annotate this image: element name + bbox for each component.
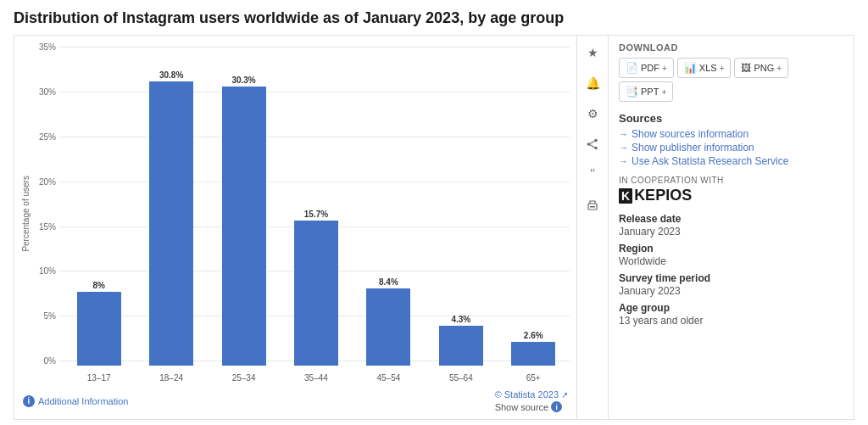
- pdf-plus: +: [662, 64, 667, 73]
- meta-label: Region: [619, 243, 843, 254]
- bar-group: 15.7%: [280, 42, 352, 366]
- x-labels: 13–1718–2425–3435–4445–5455–6465+: [63, 373, 570, 383]
- chart-area: Percentage of users 35% 30% 25% 20% 15% …: [14, 35, 577, 420]
- source-info-icon: i: [551, 401, 562, 412]
- copyright-text: © Statista 2023: [495, 389, 559, 400]
- png-download-button[interactable]: 🖼 PNG +: [734, 58, 788, 78]
- cooperation-label: IN COOPERATION WITH: [619, 176, 843, 185]
- meta-item: Age group 13 years and older: [619, 302, 843, 327]
- png-plus: +: [776, 64, 782, 73]
- svg-line-4: [590, 145, 594, 148]
- bar-group: 4.3%: [425, 42, 497, 366]
- bar-group: 8%: [63, 42, 135, 366]
- show-publisher-info-label: Show publisher information: [632, 142, 754, 154]
- ppt-label: PPT: [641, 87, 659, 97]
- show-source-label: Show source: [495, 402, 549, 412]
- bar: [439, 326, 483, 366]
- arrow-icon-2: →: [619, 143, 628, 153]
- chart-bottom: i Additional Information © Statista 2023…: [21, 389, 570, 412]
- additional-info-label: Additional Information: [38, 396, 128, 406]
- kepios-k-icon: K: [619, 188, 632, 204]
- meta-section: Release date January 2023 Region Worldwi…: [619, 213, 843, 327]
- show-sources-info-link[interactable]: → Show sources information: [619, 128, 843, 140]
- meta-value: January 2023: [619, 285, 843, 297]
- show-source-link[interactable]: Show source i: [495, 401, 568, 412]
- png-label: PNG: [754, 63, 774, 73]
- ppt-download-button[interactable]: 📑 PPT +: [619, 81, 673, 102]
- copyright-line: © Statista 2023 ↗: [495, 389, 568, 400]
- ppt-icon: 📑: [626, 86, 638, 98]
- bar: [222, 87, 266, 366]
- bar-group: 30.3%: [208, 42, 280, 366]
- pdf-download-button[interactable]: 📄 PDF +: [619, 58, 674, 78]
- sources-section: Sources → Show sources information → Sho…: [619, 112, 843, 167]
- ask-statista-link[interactable]: → Use Ask Statista Research Service: [619, 155, 843, 167]
- png-icon: 🖼: [741, 62, 751, 74]
- star-button[interactable]: ★: [581, 41, 604, 64]
- grid-label: 20%: [32, 177, 56, 187]
- download-title: DOWNLOAD: [619, 42, 843, 53]
- ppt-plus: +: [661, 87, 666, 97]
- bar: [366, 288, 410, 366]
- sources-title: Sources: [619, 112, 843, 125]
- bar: [511, 342, 555, 366]
- settings-button[interactable]: ⚙: [581, 102, 604, 126]
- bar-value-label: 8.4%: [379, 277, 398, 287]
- meta-value: Worldwide: [619, 255, 843, 267]
- right-panel: DOWNLOAD 📄 PDF + 📊 XLS + 🖼 PNG: [609, 35, 854, 420]
- bar-group: 8.4%: [353, 42, 425, 366]
- print-button[interactable]: [581, 193, 604, 217]
- bottom-right: © Statista 2023 ↗ Show source i: [495, 389, 568, 412]
- pdf-label: PDF: [641, 63, 659, 73]
- bar-group: 2.6%: [498, 42, 570, 366]
- show-sources-info-label: Show sources information: [632, 128, 748, 140]
- bar: [77, 292, 121, 366]
- grid-label: 30%: [32, 87, 56, 97]
- meta-label: Survey time period: [619, 272, 843, 284]
- svg-line-3: [590, 142, 594, 144]
- pdf-icon: 📄: [626, 62, 638, 74]
- arrow-icon-1: →: [619, 129, 628, 139]
- meta-value: January 2023: [619, 226, 843, 238]
- bar-value-label: 2.6%: [524, 331, 543, 340]
- kepios-name: KEPIOS: [634, 187, 692, 204]
- grid-label: 10%: [32, 266, 56, 276]
- meta-label: Release date: [619, 213, 843, 225]
- x-axis-label: 45–54: [353, 373, 425, 383]
- x-axis-label: 35–44: [280, 373, 352, 383]
- x-axis-label: 65+: [498, 373, 570, 383]
- grid-label: 0%: [32, 356, 56, 366]
- grid-label: 5%: [32, 311, 56, 321]
- meta-item: Release date January 2023: [619, 213, 843, 238]
- meta-item: Survey time period January 2023: [619, 272, 843, 297]
- bar-value-label: 30.3%: [231, 75, 255, 85]
- grid-label: 35%: [32, 42, 56, 52]
- bar-group: 30.8%: [135, 42, 207, 366]
- xls-download-button[interactable]: 📊 XLS +: [677, 58, 732, 78]
- bars-area: 8% 30.8% 30.3% 15.7% 8.4% 4.3% 2.6%: [63, 42, 570, 366]
- share-button[interactable]: [581, 132, 604, 156]
- grid-label: 25%: [32, 132, 56, 142]
- download-section: DOWNLOAD 📄 PDF + 📊 XLS + 🖼 PNG: [619, 42, 843, 102]
- svg-point-1: [587, 143, 591, 147]
- grid-label: 15%: [32, 222, 56, 232]
- additional-info-link[interactable]: i Additional Information: [23, 395, 128, 407]
- xls-plus: +: [720, 64, 725, 73]
- arrow-icon-3: →: [619, 156, 628, 166]
- bell-button[interactable]: 🔔: [581, 71, 604, 95]
- svg-point-0: [594, 139, 598, 143]
- external-link-icon: ↗: [561, 390, 568, 400]
- show-publisher-info-link[interactable]: → Show publisher information: [619, 142, 843, 154]
- xls-icon: 📊: [684, 62, 697, 74]
- svg-rect-6: [590, 206, 595, 208]
- chart-toolbar: ★ 🔔 ⚙ ": [577, 35, 609, 420]
- page-title: Distribution of Instagram users worldwid…: [14, 8, 854, 28]
- meta-value: 13 years and older: [619, 315, 843, 327]
- y-axis-label: Percentage of users: [21, 42, 31, 386]
- bar-value-label: 4.3%: [451, 315, 470, 324]
- x-axis-label: 25–34: [208, 373, 280, 383]
- quote-button[interactable]: ": [581, 163, 604, 187]
- bar: [149, 81, 193, 366]
- ask-statista-label: Use Ask Statista Research Service: [632, 155, 788, 167]
- x-axis-label: 13–17: [63, 373, 135, 383]
